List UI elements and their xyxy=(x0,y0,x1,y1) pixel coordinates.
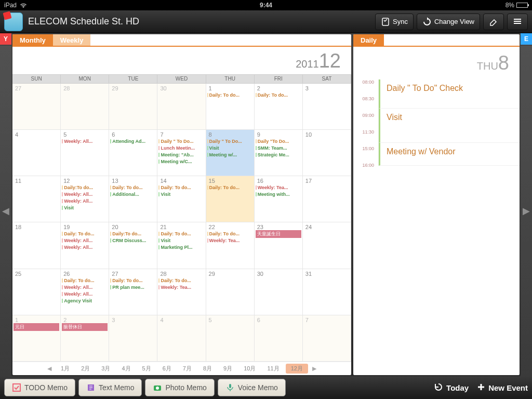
event-chip[interactable]: Visit xyxy=(62,205,108,211)
calendar-cell[interactable]: 4 xyxy=(12,130,61,176)
change-view-button[interactable]: Change View xyxy=(417,14,480,30)
event-chip[interactable]: Daily:To do... xyxy=(62,184,108,191)
calendar-cell[interactable]: 1元日 xyxy=(12,315,61,362)
event-chip[interactable]: Daily: To do... xyxy=(207,231,253,237)
calendar-cell[interactable]: 14Daily: To do...Visit xyxy=(157,176,206,222)
photo-memo-button[interactable]: Photo Memo xyxy=(145,379,214,396)
calendar-cell[interactable]: 5 xyxy=(206,315,255,362)
event-chip[interactable]: Attending Ad... xyxy=(110,138,156,144)
calendar-cell[interactable]: 26Daily: To do...Weekly: All...Weekly: A… xyxy=(61,269,109,315)
calendar-cell[interactable]: 17 xyxy=(303,176,351,222)
calendar-cell[interactable]: 7Daily " To Do...Lunch Meetin...Meeting:… xyxy=(157,130,206,176)
calendar-cell[interactable]: 3 xyxy=(109,315,157,362)
event-chip[interactable]: Daily "To Do... xyxy=(256,138,301,144)
month-nav-item[interactable]: 1月 xyxy=(56,364,75,374)
month-nav-item[interactable]: 9月 xyxy=(218,364,237,374)
day-event[interactable]: Daily " To Do" Check xyxy=(379,79,520,109)
calendar-cell[interactable]: 29 xyxy=(109,84,157,130)
event-chip[interactable]: Weekly: All... xyxy=(62,237,108,244)
calendar-cell[interactable]: 22Daily: To do...Weekly: Tea... xyxy=(206,222,255,269)
calendar-cell[interactable]: 9Daily "To Do...SMM: Team...Strategic Me… xyxy=(255,130,303,176)
event-chip[interactable]: Weekly: All... xyxy=(62,138,108,144)
calendar-cell[interactable]: 6 xyxy=(255,315,303,362)
next-arrow[interactable]: ▶ xyxy=(521,46,532,376)
month-nav-item[interactable]: 11月 xyxy=(262,364,284,374)
tab-monthly[interactable]: Monthly xyxy=(12,34,53,46)
calendar-cell[interactable]: 24 xyxy=(303,222,351,269)
event-chip[interactable]: Marketing Pl... xyxy=(158,244,204,250)
month-prev[interactable]: ◀ xyxy=(44,365,55,372)
eraser-button[interactable] xyxy=(483,14,504,30)
new-event-button[interactable]: New Event xyxy=(477,382,528,393)
sync-button[interactable]: Sync xyxy=(375,14,414,30)
event-chip[interactable]: Daily: To do... xyxy=(110,184,156,191)
event-chip[interactable]: Daily: To do... xyxy=(158,184,204,191)
event-chip[interactable]: Daily: To do... xyxy=(62,277,108,284)
calendar-cell[interactable]: 5Weekly: All... xyxy=(61,130,109,176)
calendar-cell[interactable]: 29 xyxy=(206,269,255,315)
calendar-cell[interactable]: 30 xyxy=(157,84,206,130)
todo-memo-button[interactable]: TODO Memo xyxy=(4,379,75,396)
event-chip[interactable]: Daily " To Do... xyxy=(207,138,253,144)
calendar-cell[interactable]: 20Daily:To do...CRM Discuss... xyxy=(109,222,157,269)
event-chip[interactable]: Weekly: Tea... xyxy=(158,284,204,290)
calendar-cell[interactable]: 13Daily: To do...Additional... xyxy=(109,176,157,222)
event-chip[interactable]: Visit xyxy=(158,237,204,244)
month-nav-item[interactable]: 5月 xyxy=(137,364,156,374)
calendar-cell[interactable]: 18 xyxy=(12,222,61,269)
calendar-cell[interactable]: 3 xyxy=(303,84,351,130)
calendar-cell[interactable]: 15Daily: To do... xyxy=(206,176,255,222)
month-nav-item[interactable]: 10月 xyxy=(238,364,261,374)
event-chip[interactable]: Lunch Meetin... xyxy=(158,145,204,151)
event-chip[interactable]: Daily: To do... xyxy=(207,92,253,98)
month-nav-item[interactable]: 8月 xyxy=(198,364,217,374)
month-nav-item[interactable]: 7月 xyxy=(178,364,197,374)
calendar-cell[interactable]: 21Daily: To do...VisitMarketing Pl... xyxy=(157,222,206,269)
month-nav-item[interactable]: 12月 xyxy=(286,364,308,374)
calendar-cell[interactable]: 11 xyxy=(12,176,61,222)
event-chip[interactable]: Meeting w/... xyxy=(207,152,253,158)
calendar-cell[interactable]: 8Daily " To Do...VisitMeeting w/... xyxy=(206,130,255,176)
year-tab[interactable]: Y xyxy=(0,33,11,45)
event-chip[interactable]: Weekly: Tea... xyxy=(207,237,253,244)
event-chip[interactable]: Meeting: "Ab... xyxy=(158,152,204,158)
tab-daily[interactable]: Daily xyxy=(353,34,384,46)
month-nav-item[interactable]: 2月 xyxy=(76,364,95,374)
calendar-cell[interactable]: 6Attending Ad... xyxy=(109,130,157,176)
month-nav-item[interactable]: 3月 xyxy=(96,364,115,374)
event-chip[interactable]: Weekly: All... xyxy=(62,291,108,297)
calendar-cell[interactable]: 31 xyxy=(303,269,351,315)
prev-arrow[interactable]: ◀ xyxy=(0,46,11,376)
calendar-cell[interactable]: 10 xyxy=(303,130,351,176)
today-button[interactable]: Today xyxy=(434,382,469,393)
calendar-cell[interactable]: 4 xyxy=(157,315,206,362)
calendar-cell[interactable]: 19Daily: To do...Weekly: All...Weekly: A… xyxy=(61,222,109,269)
event-chip[interactable]: Strategic Me... xyxy=(256,152,301,158)
event-chip[interactable]: Daily: To do... xyxy=(256,92,301,98)
calendar-cell[interactable]: 25 xyxy=(12,269,61,315)
event-chip[interactable]: Agency Visit xyxy=(62,298,108,304)
event-chip[interactable]: Weekly: All... xyxy=(62,284,108,290)
month-next[interactable]: ▶ xyxy=(309,365,320,372)
event-chip[interactable]: SMM: Team... xyxy=(256,145,301,151)
event-chip[interactable]: Weekly: All... xyxy=(62,244,108,250)
calendar-cell[interactable]: 23天皇誕生日 xyxy=(255,222,303,269)
event-chip[interactable]: Daily:To do... xyxy=(110,231,156,237)
event-chip[interactable]: Daily: To do... xyxy=(110,277,156,284)
tab-weekly[interactable]: Weekly xyxy=(53,34,91,46)
event-chip[interactable]: Meeting w/C... xyxy=(158,158,204,165)
event-chip[interactable]: Visit xyxy=(158,191,204,197)
event-chip[interactable]: Daily: To do... xyxy=(158,277,204,284)
calendar-cell[interactable]: 28Daily: To do...Weekly: Tea... xyxy=(157,269,206,315)
day-event[interactable]: Meeting w/ Vendor xyxy=(379,143,520,166)
calendar-cell[interactable]: 2振替休日 xyxy=(61,315,109,362)
event-chip[interactable]: PR plan mee... xyxy=(110,284,156,290)
e-tab[interactable]: E xyxy=(521,33,532,45)
calendar-cell[interactable]: 30 xyxy=(255,269,303,315)
calendar-cell[interactable]: 1Daily: To do... xyxy=(206,84,255,130)
day-event[interactable]: Visit xyxy=(379,109,520,143)
event-chip[interactable]: Visit xyxy=(207,145,253,151)
event-chip[interactable]: CRM Discuss... xyxy=(110,237,156,244)
event-chip[interactable]: Weekly: Tea... xyxy=(256,184,301,191)
month-nav-item[interactable]: 6月 xyxy=(157,364,177,374)
